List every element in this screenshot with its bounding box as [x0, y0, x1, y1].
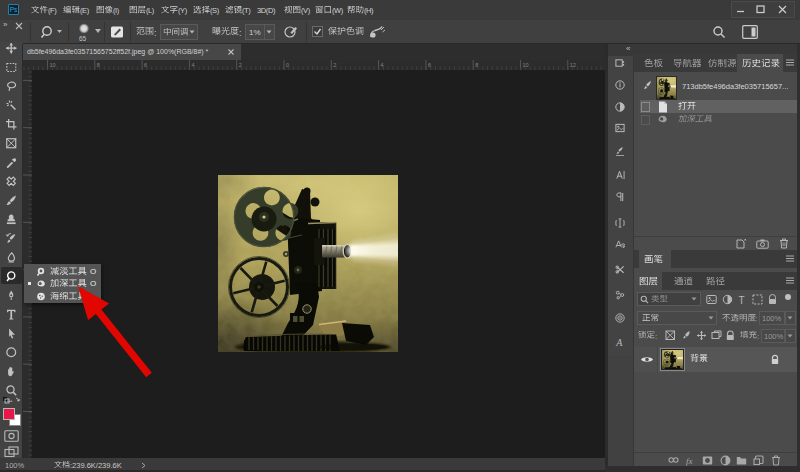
svg-text:fx: fx [686, 456, 693, 466]
svg-text:A: A [615, 337, 623, 347]
svg-text:T: T [739, 295, 745, 306]
